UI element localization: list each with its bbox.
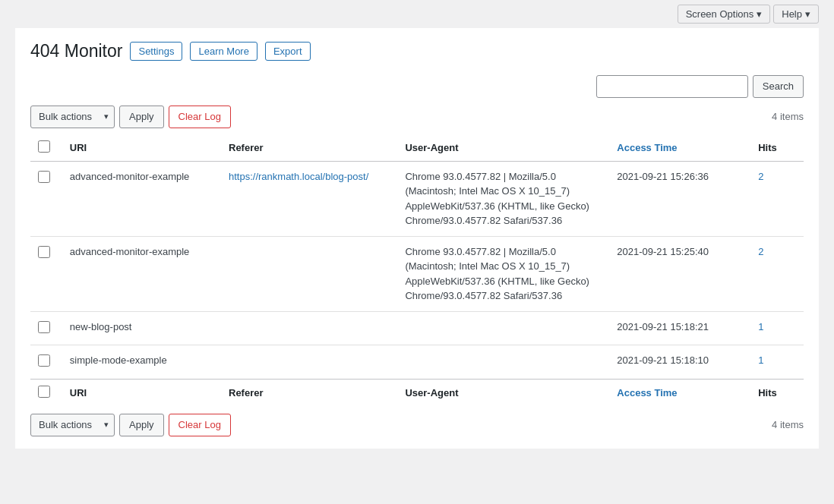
row-useragent-1: Chrome 93.0.4577.82 | Mozilla/5.0 (Macin… [397, 236, 609, 311]
items-count-top: 4 items [772, 111, 804, 122]
row-checkbox-0[interactable] [38, 171, 50, 183]
bulk-actions-select-bottom[interactable]: Bulk actions Delete [30, 414, 115, 436]
row-useragent-0: Chrome 93.0.4577.82 | Mozilla/5.0 (Macin… [397, 161, 609, 236]
items-count-bottom: 4 items [772, 419, 804, 430]
select-all-header [30, 134, 62, 162]
hits-link-0[interactable]: 2 [758, 171, 763, 182]
search-row: Search [30, 75, 804, 98]
page-wrapper: Screen Options ▾ Help ▾ 404 Monitor Sett… [0, 0, 834, 504]
select-all-footer [30, 379, 62, 406]
top-bar: Screen Options ▾ Help ▾ [0, 0, 834, 28]
clear-log-button-top[interactable]: Clear Log [169, 106, 231, 128]
row-hits-2[interactable]: 1 [750, 311, 804, 345]
row-hits-1[interactable]: 2 [750, 236, 804, 311]
bulk-actions-dropdown-top[interactable]: Bulk actions Delete [30, 106, 115, 128]
apply-button-top[interactable]: Apply [119, 106, 164, 128]
hits-link-2[interactable]: 1 [758, 321, 763, 332]
accesstime-sort-link[interactable]: Access Time [617, 142, 677, 153]
referer-link-0[interactable]: https://rankmath.local/blog-post/ [229, 171, 368, 182]
table-row: advanced-monitor-exampleChrome 93.0.4577… [30, 236, 804, 311]
help-label: Help [782, 8, 802, 20]
select-all-checkbox[interactable] [38, 140, 50, 153]
uri-footer-header: URI [62, 379, 221, 406]
row-hits-3[interactable]: 1 [750, 345, 804, 380]
row-accesstime-0: 2021-09-21 15:26:36 [609, 161, 750, 236]
accesstime-column-header: Access Time [609, 134, 750, 162]
clear-log-button-bottom[interactable]: Clear Log [169, 414, 231, 436]
row-accesstime-1: 2021-09-21 15:25:40 [609, 236, 750, 311]
row-referer-3 [221, 345, 397, 380]
screen-options-chevron-icon: ▾ [757, 8, 762, 20]
row-referer-1 [221, 236, 397, 311]
bottom-toolbar: Bulk actions Delete Apply Clear Log 4 it… [30, 414, 804, 436]
table-row: new-blog-post2021-09-21 15:18:211 [30, 311, 804, 345]
404-monitor-table: URI Referer User-Agent Access Time Hits [30, 134, 804, 406]
accesstime-footer-header: Access Time [609, 379, 750, 406]
hits-footer-header: Hits [750, 379, 804, 406]
settings-button[interactable]: Settings [130, 42, 182, 61]
row-accesstime-3: 2021-09-21 15:18:10 [609, 345, 750, 380]
hits-link-3[interactable]: 1 [758, 354, 763, 366]
row-uri-2: new-blog-post [62, 311, 221, 345]
referer-footer-header: Referer [221, 379, 397, 406]
row-referer-2 [221, 311, 397, 345]
row-accesstime-2: 2021-09-21 15:18:21 [609, 311, 750, 345]
row-checkbox-3[interactable] [38, 354, 50, 367]
table-row: advanced-monitor-examplehttps://rankmath… [30, 161, 804, 236]
search-button[interactable]: Search [753, 75, 804, 98]
bulk-actions-select-top[interactable]: Bulk actions Delete [30, 106, 115, 128]
useragent-footer-header: User-Agent [397, 379, 609, 406]
page-title-row: 404 Monitor Settings Learn More Export [30, 40, 804, 63]
table-row: simple-mode-example2021-09-21 15:18:101 [30, 345, 804, 380]
page-title: 404 Monitor [30, 40, 122, 63]
select-all-checkbox-footer[interactable] [38, 386, 50, 398]
row-useragent-2 [397, 311, 609, 345]
hits-column-header: Hits [750, 134, 804, 162]
uri-column-header: URI [62, 134, 221, 162]
top-toolbar: Bulk actions Delete Apply Clear Log 4 it… [30, 106, 804, 128]
table-header-row: URI Referer User-Agent Access Time Hits [30, 134, 804, 162]
apply-button-bottom[interactable]: Apply [119, 414, 164, 436]
row-useragent-3 [397, 345, 609, 380]
table-body: advanced-monitor-examplehttps://rankmath… [30, 161, 804, 379]
screen-options-button[interactable]: Screen Options ▾ [678, 5, 771, 24]
row-uri-1: advanced-monitor-example [62, 236, 221, 311]
row-uri-3: simple-mode-example [62, 345, 221, 380]
row-checkbox-1[interactable] [38, 246, 50, 258]
bulk-actions-dropdown-bottom[interactable]: Bulk actions Delete [30, 414, 115, 436]
table-footer-row: URI Referer User-Agent Access Time Hits [30, 379, 804, 406]
learn-more-button[interactable]: Learn More [190, 42, 257, 61]
help-chevron-icon: ▾ [805, 8, 810, 20]
help-button[interactable]: Help ▾ [773, 5, 819, 24]
referer-column-header: Referer [221, 134, 397, 162]
export-button[interactable]: Export [265, 42, 311, 61]
row-hits-0[interactable]: 2 [750, 161, 804, 236]
hits-link-1[interactable]: 2 [758, 246, 763, 257]
row-checkbox-2[interactable] [38, 321, 50, 333]
search-input[interactable] [596, 75, 748, 98]
useragent-column-header: User-Agent [397, 134, 609, 162]
row-referer-0[interactable]: https://rankmath.local/blog-post/ [221, 161, 397, 236]
content-area: 404 Monitor Settings Learn More Export S… [15, 28, 819, 449]
row-uri-0: advanced-monitor-example [62, 161, 221, 236]
accesstime-sort-link-footer[interactable]: Access Time [617, 387, 677, 398]
screen-options-label: Screen Options [686, 8, 754, 20]
